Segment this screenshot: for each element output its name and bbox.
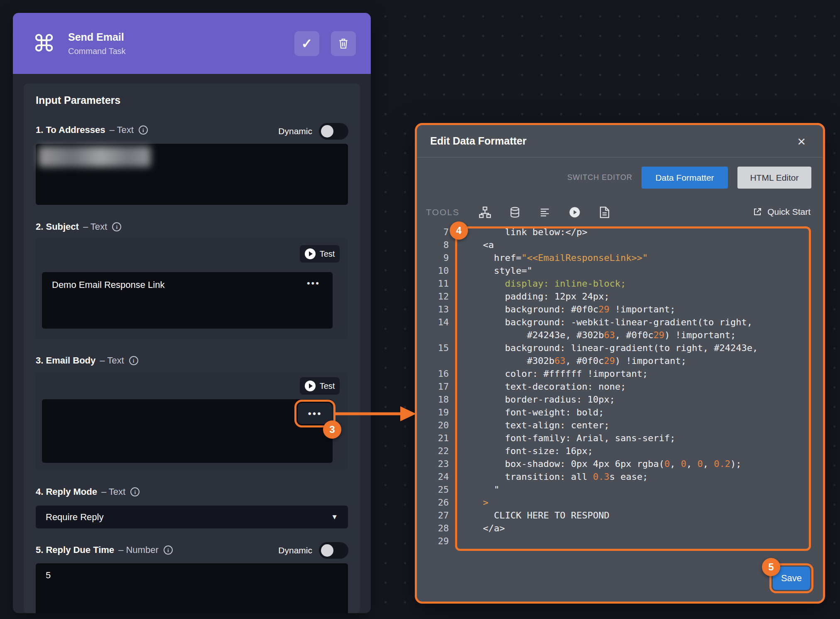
- info-icon[interactable]: i: [139, 125, 148, 135]
- param-label-reply-mode: 4. Reply Mode – Text i: [36, 486, 140, 498]
- database-icon[interactable]: [508, 206, 522, 219]
- code-line: 29: [417, 535, 820, 548]
- line-number: 14: [417, 316, 449, 329]
- tab-label: Data Formatter: [655, 173, 714, 183]
- play-icon: [305, 381, 316, 391]
- edit-data-formatter-modal: Edit Data Formatter × SWITCH EDITOR Data…: [415, 123, 825, 604]
- line-number: [417, 354, 449, 367]
- code-line: 24 transition: all 0.3s ease;: [417, 470, 820, 483]
- code-line: #24243e, #302b63, #0f0c29) !important;: [417, 329, 820, 341]
- subject-input[interactable]: Demo Email Response Link •••: [42, 272, 333, 329]
- line-number: 8: [417, 238, 449, 251]
- toggle-knob: [321, 544, 333, 557]
- tools-toolbar: [478, 206, 611, 219]
- reply-due-time-value: 5: [46, 570, 51, 581]
- line-number: 15: [417, 341, 449, 354]
- test-button-label: Test: [320, 381, 335, 391]
- send-email-task-panel: ⌘ Send Email Command Task ✓ Input Parame…: [13, 13, 371, 613]
- info-icon[interactable]: i: [130, 487, 140, 496]
- line-number: 16: [417, 367, 449, 380]
- param-name: 1. To Addresses: [36, 125, 105, 135]
- command-icon: ⌘: [32, 32, 56, 55]
- line-number: [417, 329, 449, 341]
- info-icon[interactable]: i: [129, 356, 138, 365]
- code-line: 13 background: #0f0c29 !important;: [417, 303, 820, 316]
- trash-icon: [338, 38, 349, 49]
- param-type: – Text: [110, 125, 134, 135]
- code-line: 21 font-family: Arial, sans-serif;: [417, 432, 820, 445]
- param-name: 4. Reply Mode: [36, 486, 97, 497]
- param-name: 2. Subject: [36, 221, 79, 232]
- code-line: 23 box-shadow: 0px 4px 6px rgba(0, 0, 0,…: [417, 457, 820, 470]
- reply-due-time-field[interactable]: 5: [36, 563, 348, 613]
- subject-test-button[interactable]: Test: [300, 245, 340, 263]
- info-icon[interactable]: i: [164, 545, 173, 555]
- line-number: 17: [417, 380, 449, 393]
- code-line: 10 style=": [417, 264, 820, 277]
- email-body-test-button[interactable]: Test: [300, 377, 340, 395]
- tools-label: TOOLS: [426, 207, 460, 217]
- line-number: 22: [417, 445, 449, 457]
- line-number: 27: [417, 509, 449, 522]
- quick-start-link[interactable]: Quick Start: [752, 207, 811, 217]
- dynamic-control-reply-due-time: Dynamic: [278, 542, 348, 559]
- code-line: 26>: [417, 496, 820, 509]
- tab-html-editor[interactable]: HTML Editor: [737, 167, 811, 189]
- confirm-button[interactable]: ✓: [294, 31, 319, 56]
- line-number: 28: [417, 522, 449, 535]
- dynamic-toggle[interactable]: [319, 542, 348, 559]
- param-name: 3. Email Body: [36, 355, 96, 366]
- subject-menu-icon[interactable]: •••: [307, 278, 320, 289]
- check-icon: ✓: [301, 36, 313, 52]
- line-number: 7: [417, 226, 449, 238]
- line-number: 18: [417, 393, 449, 406]
- code-editor[interactable]: 7 link below:</p>8<a9 href="<<EmailRespo…: [417, 226, 820, 550]
- dynamic-label: Dynamic: [278, 545, 312, 555]
- line-number: 25: [417, 483, 449, 496]
- delete-button[interactable]: [331, 31, 356, 56]
- play-triangle: [309, 383, 313, 388]
- tab-data-formatter[interactable]: Data Formatter: [642, 167, 728, 189]
- dynamic-toggle[interactable]: [319, 123, 348, 140]
- step-4-number: 4: [456, 225, 461, 236]
- param-label-subject: 2. Subject – Text i: [36, 221, 121, 233]
- align-left-icon[interactable]: [538, 206, 551, 219]
- email-body-menu-button[interactable]: •••: [298, 403, 332, 424]
- code-line: 11 display: inline-block;: [417, 277, 820, 290]
- code-line: #302b63, #0f0c29) !important;: [417, 354, 820, 367]
- reply-mode-dropdown[interactable]: Require Reply ▼: [36, 506, 348, 528]
- toggle-knob: [321, 125, 333, 138]
- code-line: 15 background: linear-gradient(to right,…: [417, 341, 820, 354]
- code-line: 8<a: [417, 238, 820, 251]
- quick-start-label: Quick Start: [767, 207, 811, 217]
- step-3-badge: 3: [323, 420, 341, 439]
- code-editor-rows: 7 link below:</p>8<a9 href="<<EmailRespo…: [417, 226, 820, 548]
- code-line: 12 padding: 12px 24px;: [417, 290, 820, 303]
- info-glyph: i: [116, 224, 118, 230]
- code-line: 18 border-radius: 10px;: [417, 393, 820, 406]
- play-icon[interactable]: [568, 206, 581, 219]
- line-number: 20: [417, 419, 449, 432]
- close-icon[interactable]: ×: [797, 134, 806, 148]
- info-glyph: i: [133, 358, 135, 364]
- external-link-icon: [752, 207, 762, 217]
- tab-label: HTML Editor: [750, 173, 798, 183]
- save-button-label: Save: [781, 573, 802, 584]
- task-titles: Send Email Command Task: [68, 31, 126, 56]
- play-icon: [305, 248, 316, 259]
- param-label-email-body: 3. Email Body – Text i: [36, 354, 138, 367]
- to-addresses-field[interactable]: [36, 144, 348, 205]
- chevron-down-icon: ▼: [331, 513, 338, 521]
- line-number: 9: [417, 251, 449, 264]
- file-info-icon[interactable]: [598, 206, 611, 219]
- step-5-number: 5: [768, 561, 774, 573]
- modal-title: Edit Data Formatter: [430, 135, 527, 147]
- info-icon[interactable]: i: [112, 222, 121, 231]
- param-label-to-addresses: 1. To Addresses – Text i: [36, 124, 148, 136]
- modal-header: Edit Data Formatter ×: [417, 125, 823, 157]
- email-body-input[interactable]: [42, 399, 333, 463]
- tree-icon[interactable]: [478, 206, 492, 219]
- code-line: 27 CLICK HERE TO RESPOND: [417, 509, 820, 522]
- line-number: 19: [417, 406, 449, 419]
- param-type: – Text: [83, 221, 107, 232]
